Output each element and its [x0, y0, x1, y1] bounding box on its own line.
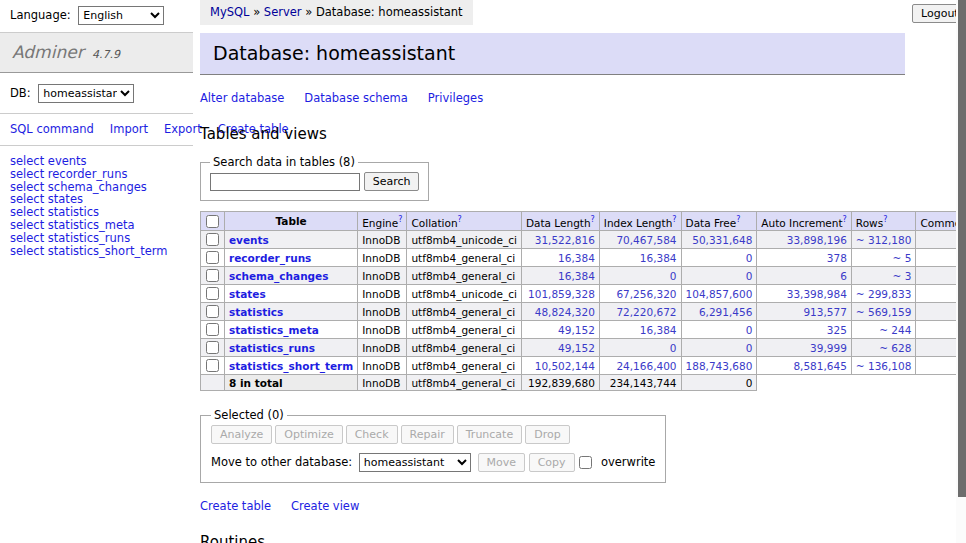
- rows-count-link[interactable]: ~ 244: [879, 324, 911, 336]
- table-row-statistics: statisticsInnoDButf8mb4_general_ci48,824…: [201, 303, 966, 321]
- row-checkbox-statistics-runs[interactable]: [206, 341, 219, 354]
- row-checkbox-cell: [201, 339, 225, 357]
- column-help-link[interactable]: ?: [736, 215, 740, 224]
- sidebar-action-sql-command[interactable]: SQL command: [10, 122, 94, 136]
- search-input[interactable]: [210, 173, 360, 191]
- breadcrumb-item-mysql[interactable]: MySQL: [210, 5, 250, 19]
- overwrite-checkbox[interactable]: [579, 456, 592, 469]
- routines-title: Routines: [200, 533, 905, 543]
- column-help-link[interactable]: ?: [398, 215, 402, 224]
- rows-count-link[interactable]: ~ 299,833: [856, 288, 912, 300]
- row-checkbox-schema-changes[interactable]: [206, 269, 219, 282]
- db-nav-database-schema[interactable]: Database schema: [304, 91, 407, 105]
- rows-count-link[interactable]: ~ 3: [893, 270, 912, 282]
- truncate-button[interactable]: Truncate: [457, 425, 522, 444]
- row-checkbox-recorder-runs[interactable]: [206, 251, 219, 264]
- drop-button[interactable]: Drop: [525, 425, 569, 444]
- table-link-statistics-runs[interactable]: statistics_runs: [229, 342, 315, 354]
- index-length-cell: 70,467,584: [599, 231, 681, 249]
- total-collation-cell: utf8mb4_general_ci: [407, 375, 521, 391]
- table-row-recorder-runs: recorder_runsInnoDButf8mb4_general_ci16,…: [201, 249, 966, 267]
- auto-increment-cell: 378: [757, 249, 852, 267]
- engine-cell: InnoDB: [358, 321, 407, 339]
- create-link-create-view[interactable]: Create view: [291, 499, 359, 513]
- move-button[interactable]: Move: [478, 453, 526, 472]
- total-label-cell: 8 in total: [225, 375, 358, 391]
- rows-count-link[interactable]: ~ 569,159: [856, 306, 912, 318]
- sidebar-action-import[interactable]: Import: [110, 122, 148, 136]
- analyze-button[interactable]: Analyze: [211, 425, 272, 444]
- sidebar-link-select-statistics-short-term[interactable]: select statistics_short_term: [10, 245, 183, 258]
- rows-cell: ~ 244: [851, 321, 916, 339]
- table-link-states[interactable]: states: [229, 288, 266, 300]
- rows-count-link[interactable]: ~ 628: [879, 342, 911, 354]
- rows-cell: ~ 628: [851, 339, 916, 357]
- auto-increment-cell: 8,581,645: [757, 357, 852, 375]
- data-free-cell: 0: [681, 267, 757, 285]
- auto-increment-cell: 33,898,196: [757, 231, 852, 249]
- row-checkbox-statistics[interactable]: [206, 305, 219, 318]
- column-help-link[interactable]: ?: [672, 215, 676, 224]
- move-database-select[interactable]: homeassistant: [359, 453, 471, 472]
- table-row-states: statesInnoDButf8mb4_unicode_ci101,859,32…: [201, 285, 966, 303]
- column-header-table: Table: [225, 212, 358, 231]
- db-nav-privileges[interactable]: Privileges: [428, 91, 483, 105]
- engine-cell: InnoDB: [358, 267, 407, 285]
- optimize-button[interactable]: Optimize: [275, 425, 342, 444]
- sidebar-link-select-statistics-meta[interactable]: select statistics_meta: [10, 219, 183, 232]
- breadcrumb-separator: »: [250, 5, 264, 19]
- selected-legend: Selected (0): [211, 408, 287, 422]
- scrollbar-thumb[interactable]: [958, 0, 966, 497]
- breadcrumb-item-server[interactable]: Server: [264, 5, 302, 19]
- column-header-engine: Engine?: [358, 212, 407, 231]
- row-checkbox-states[interactable]: [206, 287, 219, 300]
- sidebar-action-export[interactable]: Export: [164, 122, 202, 136]
- search-fieldset: Search data in tables (8) Search: [200, 155, 429, 201]
- repair-button[interactable]: Repair: [401, 425, 454, 444]
- data-length-cell: 101,859,328: [521, 285, 599, 303]
- copy-button[interactable]: Copy: [529, 453, 575, 472]
- column-help-link[interactable]: ?: [843, 215, 847, 224]
- row-checkbox-cell: [201, 267, 225, 285]
- topbar: MySQL » Server » Database: homeassistant: [200, 0, 905, 26]
- table-link-events[interactable]: events: [229, 234, 269, 246]
- rows-count-link[interactable]: ~ 136,108: [856, 360, 912, 372]
- row-checkbox-events[interactable]: [206, 233, 219, 246]
- sidebar-link-select-statistics-runs[interactable]: select statistics_runs: [10, 232, 183, 245]
- column-header-rows: Rows?: [851, 212, 916, 231]
- db-select[interactable]: homeassistant: [38, 84, 134, 103]
- index-length-cell: 67,256,320: [599, 285, 681, 303]
- collation-cell: utf8mb4_unicode_ci: [407, 285, 521, 303]
- rows-count-link[interactable]: ~ 312,180: [856, 234, 912, 246]
- page-scrollbar[interactable]: [956, 0, 966, 543]
- app-logo: Adminer 4.7.9: [0, 32, 193, 73]
- create-link-create-table[interactable]: Create table: [200, 499, 271, 513]
- column-header-data-free: Data Free?: [681, 212, 757, 231]
- sidebar-link-select-recorder-runs[interactable]: select recorder_runs: [10, 168, 183, 181]
- table-name-cell: schema_changes: [225, 267, 358, 285]
- search-button[interactable]: Search: [364, 172, 420, 191]
- table-link-statistics-short-term[interactable]: statistics_short_term: [229, 360, 353, 372]
- column-help-link[interactable]: ?: [883, 215, 887, 224]
- select-all-checkbox[interactable]: [206, 215, 219, 228]
- table-link-statistics[interactable]: statistics: [229, 306, 283, 318]
- sidebar: Language: English Adminer 4.7.9 DB: home…: [0, 0, 193, 266]
- language-select[interactable]: English: [78, 6, 164, 25]
- check-button[interactable]: Check: [346, 425, 398, 444]
- database-nav-links: Alter databaseDatabase schemaPrivileges: [200, 91, 905, 105]
- row-checkbox-statistics-meta[interactable]: [206, 323, 219, 336]
- table-link-recorder-runs[interactable]: recorder_runs: [229, 252, 311, 264]
- column-help-link[interactable]: ?: [591, 215, 595, 224]
- table-link-statistics-meta[interactable]: statistics_meta: [229, 324, 319, 336]
- table-link-schema-changes[interactable]: schema_changes: [229, 270, 329, 282]
- row-checkbox-cell: [201, 321, 225, 339]
- row-checkbox-statistics-short-term[interactable]: [206, 359, 219, 372]
- sidebar-link-select-events[interactable]: select events: [10, 155, 183, 168]
- column-help-link[interactable]: ?: [458, 215, 462, 224]
- data-length-cell: 48,824,320: [521, 303, 599, 321]
- language-label: Language:: [10, 8, 71, 22]
- db-selector-row: DB: homeassistant: [0, 73, 193, 114]
- rows-count-link[interactable]: ~ 5: [893, 252, 912, 264]
- db-nav-alter-database[interactable]: Alter database: [200, 91, 284, 105]
- data-free-cell: 0: [681, 339, 757, 357]
